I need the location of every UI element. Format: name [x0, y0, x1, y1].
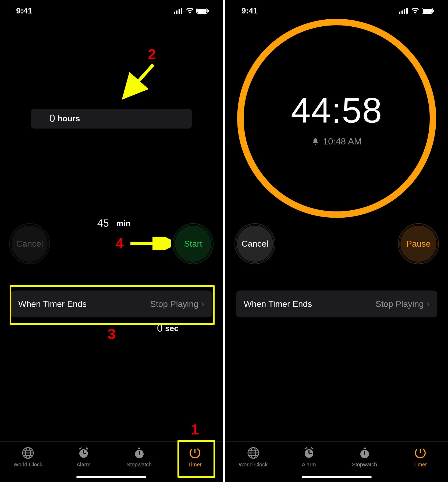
alarm-icon: [77, 446, 90, 459]
svg-rect-20: [138, 448, 140, 449]
svg-rect-42: [364, 448, 366, 449]
svg-rect-21: [139, 451, 140, 455]
svg-rect-38: [309, 453, 312, 454]
svg-rect-24: [399, 12, 400, 14]
svg-line-40: [311, 448, 313, 449]
cellular-icon: [174, 8, 183, 14]
timer-running-screen: 9:41 44:58 10:48 AM Cancel Pause: [225, 0, 448, 482]
status-time: 9:41: [16, 6, 32, 15]
svg-rect-5: [197, 9, 207, 13]
tab-world-clock[interactable]: World Clock: [225, 442, 281, 482]
start-button[interactable]: Start: [173, 223, 214, 264]
status-time: 9:41: [241, 6, 258, 15]
wifi-icon: [186, 8, 194, 14]
cancel-button[interactable]: Cancel: [234, 223, 275, 264]
home-indicator[interactable]: [76, 476, 146, 478]
pause-button[interactable]: Pause: [398, 223, 439, 264]
battery-icon: [422, 8, 435, 14]
status-icons: [174, 8, 209, 14]
tab-timer[interactable]: Timer: [392, 442, 448, 482]
svg-rect-16: [84, 453, 86, 454]
end-time: 10:48 AM: [312, 136, 362, 147]
svg-rect-29: [423, 9, 432, 13]
svg-rect-3: [181, 8, 182, 14]
status-bar: 9:41: [0, 0, 223, 22]
svg-rect-26: [404, 9, 405, 14]
svg-rect-2: [179, 9, 180, 14]
svg-rect-0: [174, 12, 175, 14]
svg-rect-43: [364, 451, 365, 455]
chevron-right-icon: ›: [426, 298, 430, 310]
arrow-2-icon: [121, 62, 159, 100]
timer-setup-screen: 9:41 0 1 2 3 hours 4: [0, 0, 223, 482]
svg-line-17: [79, 448, 81, 449]
picker-hours[interactable]: 0 1 2 3 hours: [31, 65, 84, 169]
stopwatch-icon: [133, 446, 146, 459]
time-remaining: 44:58: [291, 90, 382, 131]
cancel-button: Cancel: [9, 223, 50, 264]
arrow-4-icon: [128, 237, 171, 250]
callout-4: 4: [116, 235, 124, 251]
svg-rect-25: [401, 10, 403, 14]
callout-1: 1: [191, 421, 199, 438]
countdown-ring: 44:58 10:48 AM: [237, 19, 436, 218]
stopwatch-icon: [358, 446, 371, 459]
tab-world-clock[interactable]: World Clock: [0, 442, 56, 482]
battery-icon: [196, 8, 209, 14]
cell-value: Stop Playing ›: [375, 298, 430, 310]
callout-2: 2: [148, 46, 156, 62]
svg-line-7: [130, 65, 153, 90]
svg-line-18: [86, 448, 88, 449]
svg-rect-1: [176, 10, 177, 14]
callout-3: 3: [108, 325, 116, 342]
minutes-unit: min: [116, 219, 130, 228]
globe-icon: [247, 446, 260, 459]
screenshot-divider: [223, 0, 225, 482]
timer-icon: [414, 446, 427, 459]
svg-line-39: [305, 448, 307, 449]
globe-icon: [22, 446, 34, 459]
status-icons: [399, 8, 435, 14]
bell-icon: [312, 138, 319, 145]
cellular-icon: [399, 8, 409, 14]
svg-rect-6: [208, 10, 209, 12]
status-bar: 9:41: [225, 0, 448, 22]
alarm-icon: [303, 446, 315, 459]
highlight-box-ends: [10, 285, 215, 325]
highlight-box-timer: [177, 440, 215, 478]
hours-unit: hours: [58, 114, 80, 123]
svg-rect-30: [433, 10, 434, 12]
picker-minutes[interactable]: 42 43 44 45 46 47 48 min: [84, 169, 138, 274]
when-timer-ends-row[interactable]: When Timer Ends Stop Playing ›: [236, 290, 437, 317]
cell-label: When Timer Ends: [244, 299, 312, 309]
wifi-icon: [411, 8, 419, 14]
svg-rect-27: [406, 8, 408, 14]
seconds-unit: sec: [165, 324, 179, 333]
home-indicator[interactable]: [302, 476, 372, 478]
duration-picker[interactable]: 0 1 2 3 hours 42 43 44 45 46 47 48 min: [0, 65, 223, 169]
